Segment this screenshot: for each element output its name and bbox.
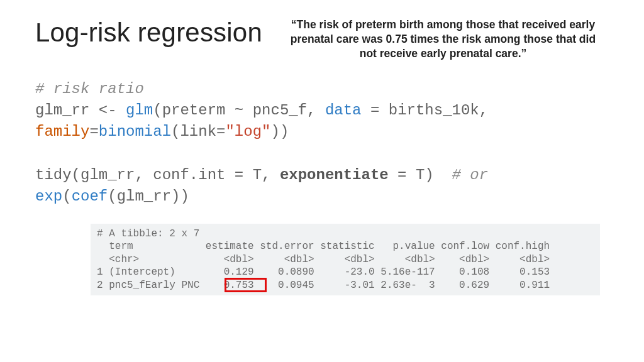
code-fn-coef: coef [72,188,108,205]
code-text: = [89,123,98,140]
output-wrap: # A tibble: 2 x 7 term estimate std.erro… [91,224,600,295]
code-string: "log" [225,123,270,140]
slide: Log-risk regression “The risk of preterm… [0,0,644,362]
code-text: (glm_rr)) [108,188,189,205]
code-fn-glm: glm [126,102,153,119]
code-fn-exp: exp [35,188,62,205]
interpretation-quote: “The risk of preterm birth among those t… [282,18,609,61]
tibble-output: # A tibble: 2 x 7 term estimate std.erro… [91,224,600,295]
code-text: (preterm ~ pnc5_f, [153,102,325,119]
header-row: Log-risk regression “The risk of preterm… [35,18,609,61]
code-text: glm_rr <- [35,102,126,119]
code-comment: # or [452,167,489,184]
code-text: = T) [389,167,452,184]
code-block: # risk ratio glm_rr <- glm(preterm ~ pnc… [35,79,609,207]
highlight-box [225,278,267,292]
code-arg-family: family [35,123,89,140]
code-text: ( [62,188,71,205]
code-text: tidy(glm_rr, conf.int = T, [35,167,280,184]
code-text: (link= [171,123,225,140]
code-comment: # risk ratio [35,80,144,97]
code-text: )) [270,123,289,140]
output-text: # A tibble: 2 x 7 term estimate std.erro… [97,228,550,291]
code-bold-exponentiate: exponentiate [280,167,389,184]
code-text: = births_10k, [362,102,497,119]
page-title: Log-risk regression [35,18,262,48]
code-fn-binomial: binomial [99,123,171,140]
code-kw-data: data [325,102,362,119]
